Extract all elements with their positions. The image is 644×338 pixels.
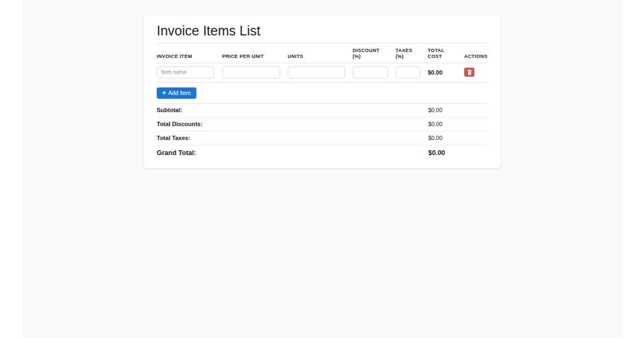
price-per-unit-input[interactable] <box>222 67 280 78</box>
table-row: $0.00 <box>157 63 487 82</box>
row-total-cost: $0.00 <box>428 63 464 82</box>
table-header-row: INVOICE ITEM PRICE PER UNIT UNITS DISCOU… <box>157 43 487 63</box>
units-input[interactable] <box>288 67 345 78</box>
column-header-total-cost: TOTAL COST <box>428 43 464 63</box>
subtotal-label: Subtotal: <box>157 107 182 113</box>
total-discounts-label: Total Discounts: <box>157 121 202 127</box>
column-header-units: UNITS <box>288 43 353 63</box>
invoice-items-card: Invoice Items List INVOICE ITEM PRICE PE… <box>143 15 501 168</box>
total-discounts-row: Total Discounts: $0.00 <box>157 117 487 131</box>
item-name-input[interactable] <box>157 67 214 78</box>
add-item-button[interactable]: + Add Item <box>157 87 196 99</box>
trash-icon <box>467 69 472 75</box>
column-header-price-per-unit: PRICE PER UNIT <box>222 43 288 63</box>
discount-input[interactable] <box>353 67 388 78</box>
total-taxes-row: Total Taxes: $0.00 <box>157 131 487 145</box>
totals-section: Subtotal: $0.00 Total Discounts: $0.00 T… <box>157 104 487 160</box>
grand-total-label: Grand Total: <box>157 149 196 157</box>
invoice-items-table: INVOICE ITEM PRICE PER UNIT UNITS DISCOU… <box>157 43 487 83</box>
page-background: Invoice Items List INVOICE ITEM PRICE PE… <box>21 0 623 337</box>
add-item-button-label: Add Item <box>169 90 191 96</box>
total-discounts-value: $0.00 <box>428 121 442 127</box>
column-header-invoice-item: INVOICE ITEM <box>157 43 222 63</box>
taxes-input[interactable] <box>396 67 420 78</box>
column-header-taxes: TAXES (%) <box>396 43 428 63</box>
total-taxes-label: Total Taxes: <box>157 135 191 141</box>
column-header-actions: ACTIONS <box>464 43 487 63</box>
subtotal-row: Subtotal: $0.00 <box>157 104 487 117</box>
delete-item-button[interactable] <box>464 68 474 77</box>
subtotal-value: $0.00 <box>428 107 442 113</box>
grand-total-value: $0.00 <box>428 149 445 157</box>
add-item-section: + Add Item <box>157 83 487 104</box>
grand-total-row: Grand Total: $0.00 <box>157 145 487 160</box>
page-title: Invoice Items List <box>157 23 487 39</box>
column-header-discount: DISCOUNT (%) <box>353 43 396 63</box>
total-taxes-value: $0.00 <box>428 135 442 141</box>
plus-icon: + <box>162 89 166 96</box>
